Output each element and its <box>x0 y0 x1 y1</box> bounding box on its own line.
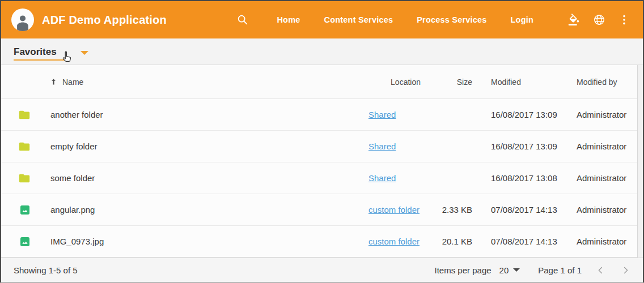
modified-date: 16/08/2017 13:08 <box>475 173 573 183</box>
folder-icon <box>18 172 31 185</box>
table-row[interactable]: IMG_0973.jpg custom folder 20.1 KB 07/08… <box>1 226 637 258</box>
pagination-bar: Showing 1-5 of 5 Items per page 20 Page … <box>1 258 643 282</box>
person-icon <box>13 12 32 31</box>
modified-by: Administrator <box>573 110 637 119</box>
modified-by: Administrator <box>573 205 637 215</box>
column-header-modified[interactable]: Modified <box>475 78 573 87</box>
modified-date: 16/08/2017 13:09 <box>475 110 573 119</box>
file-name[interactable]: empty folder <box>32 142 363 151</box>
file-size: 20.1 KB <box>428 237 475 246</box>
image-file-icon <box>19 204 31 216</box>
location-link[interactable]: custom folder <box>368 237 420 246</box>
nav-process-services[interactable]: Process Services <box>417 15 486 24</box>
showing-range-label: Showing 1-5 of 5 <box>14 265 78 275</box>
previous-page-button[interactable] <box>594 264 607 276</box>
pagination-controls: Items per page 20 Page 1 of 1 <box>435 264 632 276</box>
view-label: Favorites <box>14 45 57 58</box>
column-header-modified-by[interactable]: Modified by <box>573 78 637 87</box>
column-header-name[interactable]: Name <box>32 78 363 87</box>
folder-icon <box>18 109 31 121</box>
image-file-icon <box>19 236 31 247</box>
next-page-button[interactable] <box>619 264 632 276</box>
items-per-page-select[interactable]: 20 <box>499 265 520 275</box>
main-nav: Home Content Services Process Services L… <box>265 15 545 24</box>
modified-date: 07/08/2017 14:13 <box>475 237 573 246</box>
items-per-page-label: Items per page <box>435 265 492 275</box>
sort-ascending-icon <box>49 78 58 86</box>
file-size: 2.33 KB <box>428 205 475 215</box>
modified-date: 07/08/2017 14:13 <box>475 205 573 215</box>
app-window: ADF Demo Application Home Content Servic… <box>0 0 644 283</box>
table-row[interactable]: another folder Shared 16/08/2017 13:09 A… <box>1 99 637 131</box>
search-icon[interactable] <box>235 12 250 27</box>
table-row[interactable]: angular.png custom folder 2.33 KB 07/08/… <box>1 194 637 226</box>
folder-icon <box>18 140 31 153</box>
location-link[interactable]: Shared <box>368 173 396 183</box>
location-link[interactable]: custom folder <box>368 205 420 215</box>
view-switcher-bar: Favorites <box>1 38 643 65</box>
favorites-table: Name Location Size Modified Modified by … <box>1 65 638 258</box>
modified-by: Administrator <box>573 237 637 246</box>
caret-down-icon <box>513 268 520 272</box>
modified-by: Administrator <box>573 142 637 151</box>
active-view-underline <box>14 59 70 61</box>
column-header-location[interactable]: Location <box>363 78 428 87</box>
app-title: ADF Demo Application <box>42 14 167 27</box>
nav-login[interactable]: Login <box>511 15 533 24</box>
page-indicator: Page 1 of 1 <box>538 265 582 275</box>
column-header-size[interactable]: Size <box>428 78 475 87</box>
location-link[interactable]: Shared <box>368 142 396 151</box>
table-row[interactable]: some folder Shared 16/08/2017 13:08 Admi… <box>1 162 637 194</box>
file-name[interactable]: some folder <box>32 173 363 183</box>
favorites-dropdown[interactable]: Favorites <box>14 38 88 65</box>
table-row[interactable]: empty folder Shared 16/08/2017 13:09 Adm… <box>1 131 637 162</box>
nav-content-services[interactable]: Content Services <box>324 15 393 24</box>
header-icon-cluster <box>557 12 632 27</box>
user-avatar[interactable] <box>11 8 34 31</box>
file-name[interactable]: angular.png <box>32 205 363 215</box>
language-globe-icon[interactable] <box>592 12 607 27</box>
theme-color-fill-icon[interactable] <box>567 12 582 27</box>
modified-date: 16/08/2017 13:09 <box>475 142 573 151</box>
table-header-row: Name Location Size Modified Modified by <box>1 65 637 99</box>
caret-down-icon <box>80 51 88 55</box>
file-name[interactable]: IMG_0973.jpg <box>32 237 363 246</box>
header-actions: Home Content Services Process Services L… <box>235 12 632 27</box>
nav-home[interactable]: Home <box>277 15 300 24</box>
items-per-page-value: 20 <box>499 265 509 275</box>
file-name[interactable]: another folder <box>32 110 363 119</box>
more-options-icon[interactable] <box>617 12 632 27</box>
modified-by: Administrator <box>573 173 637 183</box>
location-link[interactable]: Shared <box>368 110 396 119</box>
app-header: ADF Demo Application Home Content Servic… <box>1 1 643 38</box>
